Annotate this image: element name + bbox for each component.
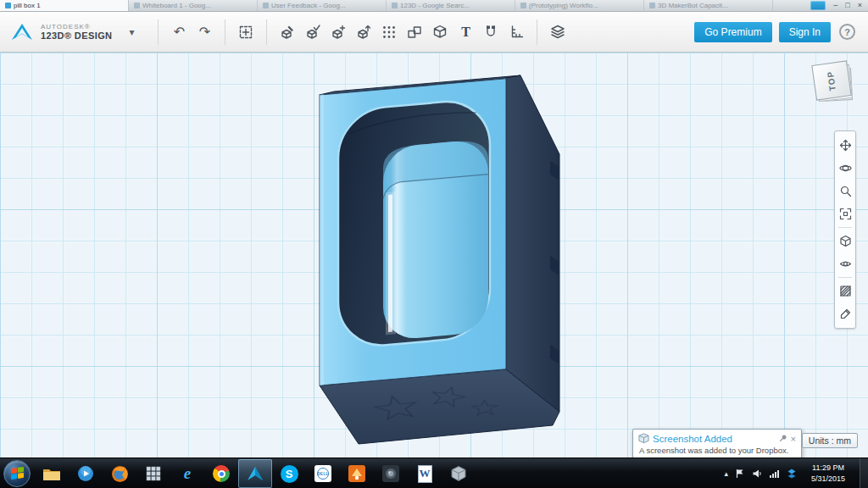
notification-close-icon[interactable]: × [791, 435, 796, 443]
outline-display-button[interactable] [835, 280, 855, 302]
undo-button[interactable]: ↶ [166, 18, 192, 47]
pattern-tool-button[interactable] [376, 18, 402, 47]
camera-app-icon [382, 465, 399, 482]
orange-app-icon [348, 465, 365, 482]
zoom-button[interactable] [835, 180, 855, 202]
view-cube-label: TOP [826, 70, 837, 92]
window-tab-bar: pill box 1 Whiteboard 1 - Goog... User F… [0, 0, 868, 12]
brand-autodesk: AUTODESK® [41, 23, 112, 30]
orbit-button[interactable] [835, 157, 855, 180]
measure-tool-button[interactable] [504, 18, 529, 47]
ie-icon: e [184, 464, 191, 483]
window-controls: – □ × [804, 0, 868, 11]
clock-time: 11:29 PM [804, 463, 853, 474]
combine-tool-button[interactable] [427, 18, 453, 47]
tab-background-4[interactable]: (Prototyping) Workflo... [515, 0, 644, 11]
favicon [520, 3, 526, 8]
tray-expand-icon[interactable]: ▴ [724, 469, 728, 478]
tab-label: pill box 1 [14, 2, 41, 9]
flag-tray-icon[interactable] [735, 469, 745, 479]
tab-background-1[interactable]: Whiteboard 1 - Goog... [129, 0, 258, 11]
group-tool-button[interactable] [402, 18, 427, 47]
go-premium-button[interactable]: Go Premium [694, 22, 771, 42]
taskbar-firefox[interactable] [103, 459, 136, 488]
magnet-snap-icon [482, 24, 499, 41]
taskbar-orange-app[interactable] [340, 459, 374, 488]
pin-icon[interactable] [778, 434, 787, 443]
snap-tool-button[interactable] [478, 18, 504, 47]
navigation-toolbar [834, 130, 856, 329]
taskbar: e S DELL [0, 458, 868, 488]
volume-tray-icon[interactable] [752, 469, 762, 479]
notification-title: Screenshot Added [653, 434, 775, 444]
taskbar-chrome[interactable] [204, 459, 238, 488]
visibility-button[interactable] [835, 252, 855, 275]
text-tool-button[interactable]: T [453, 18, 478, 47]
transform-icon [237, 24, 254, 41]
pan-button[interactable] [835, 134, 855, 157]
app-toolbar: AUTODESK® 123D® DESIGN ▾ ↶ ↷ [0, 12, 868, 53]
favicon [649, 3, 655, 8]
ruler-icon [508, 24, 525, 41]
tab-background-5[interactable]: 3D MakerBot Capacit... [644, 0, 773, 11]
windows-flag-icon [11, 467, 24, 480]
sketch-tool-button[interactable] [275, 18, 300, 47]
dropbox-tray-icon[interactable] [787, 469, 797, 479]
sketch-accept-button[interactable] [300, 18, 326, 47]
firefox-icon [111, 465, 129, 483]
tab-active[interactable]: pill box 1 [0, 0, 129, 11]
123d-logo-icon [10, 22, 34, 42]
skype-icon: S [281, 465, 298, 483]
fit-view-button[interactable] [835, 202, 855, 225]
help-button[interactable]: ? [839, 24, 855, 40]
show-desktop-button[interactable] [860, 458, 868, 488]
minimize-button[interactable]: – [833, 1, 837, 10]
taskbar-internet-explorer[interactable]: e [170, 459, 204, 488]
view-mode-button[interactable] [835, 230, 855, 252]
close-button[interactable]: × [858, 1, 862, 10]
taskbar-clock[interactable]: 11:29 PM 5/31/2015 [804, 463, 853, 484]
extrude-tool-button[interactable] [351, 18, 376, 47]
toolbar-divider [266, 19, 267, 45]
side-clips [550, 161, 559, 364]
taskbar-explorer[interactable] [35, 459, 69, 488]
clock-date: 5/31/2015 [804, 474, 853, 485]
network-tray-icon[interactable] [769, 469, 780, 479]
redo-button[interactable]: ↷ [192, 18, 217, 47]
start-button[interactable] [3, 460, 31, 487]
model-pill-box[interactable] [0, 53, 868, 458]
taskbar-media-player[interactable] [69, 459, 103, 488]
primitive-plus-icon [330, 24, 347, 41]
apps-grid-icon [146, 466, 161, 481]
media-player-icon [77, 465, 94, 482]
material-paint-button[interactable] [835, 302, 855, 325]
taskbar-dell[interactable]: DELL [306, 459, 340, 488]
taskbar-skype[interactable]: S [272, 459, 306, 488]
taskbar-word[interactable]: W [408, 459, 442, 488]
tab-background-3[interactable]: 123D - Google Searc... [387, 0, 515, 11]
toolbar-divider [225, 19, 225, 45]
maximize-button[interactable]: □ [845, 1, 849, 10]
material-brush-icon [839, 308, 852, 320]
sign-in-button[interactable]: Sign In [779, 22, 831, 42]
transform-tool-button[interactable] [233, 18, 259, 47]
taskbar-apps-grid[interactable] [136, 459, 170, 488]
taskbar-123d-design[interactable] [238, 459, 272, 488]
tab-background-2[interactable]: User Feedback - Goog... [258, 0, 387, 11]
main-menu-chevron-icon[interactable]: ▾ [129, 26, 134, 38]
folder-icon [42, 467, 61, 481]
view-cube-face[interactable]: TOP [811, 60, 851, 100]
view-cube[interactable]: TOP [814, 63, 854, 103]
taskbar-camera-app[interactable] [374, 459, 408, 488]
material-tool-button[interactable] [545, 18, 570, 47]
units-indicator[interactable]: Units : mm [802, 433, 858, 448]
word-icon: W [418, 465, 432, 483]
taskbar-3d-print-app[interactable] [442, 459, 476, 488]
viewport-3d[interactable]: TOP [0, 53, 868, 458]
chrome-icon [213, 465, 230, 482]
panel-button[interactable] [810, 1, 826, 10]
primitive-tool-button[interactable] [326, 18, 351, 47]
dell-icon: DELL [314, 465, 331, 482]
toolbar-divider [158, 19, 159, 45]
screen: pill box 1 Whiteboard 1 - Goog... User F… [0, 0, 868, 488]
